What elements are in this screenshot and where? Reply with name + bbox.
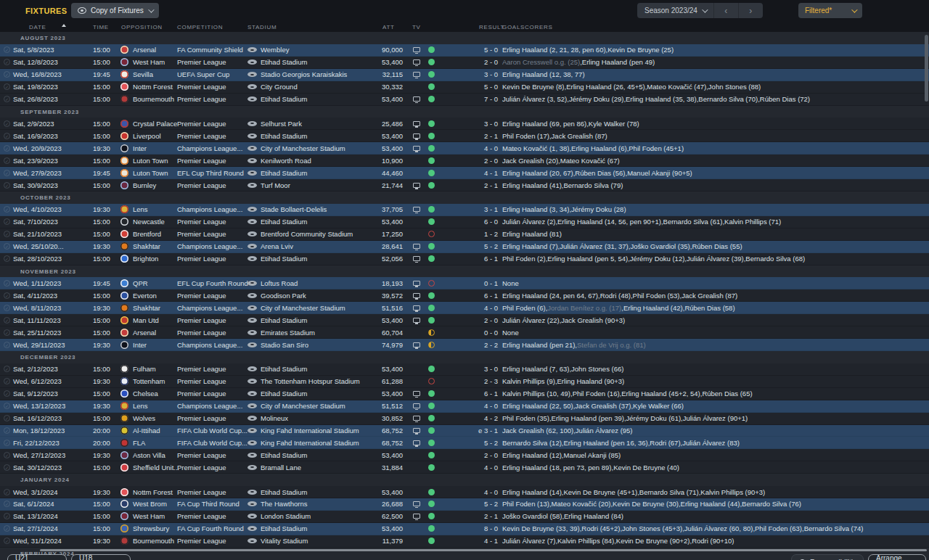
stadium-cell: Stade Bollaert-Delelis: [247, 204, 327, 215]
column-header-opposition[interactable]: OPPOSITION: [121, 24, 163, 30]
fixture-row[interactable]: ✓Sat, 21/10/202315:00BrentfordPremier Le…: [0, 228, 929, 241]
fixture-row[interactable]: ✓Sat, 12/8/202315:00West HamPremier Leag…: [0, 57, 929, 69]
club-crest-icon: [120, 329, 128, 337]
competition-cell: Premier League: [177, 376, 226, 387]
win-dot-icon: [428, 243, 435, 250]
tv-cell: [411, 57, 422, 68]
competition-cell: Premier League: [177, 413, 226, 424]
fixture-row[interactable]: ✓Wed, 25/10/20...19:30ShakhtarChampions …: [0, 241, 929, 253]
fixture-row[interactable]: ✓Sat, 25/11/202315:00ArsenalPremier Leag…: [0, 326, 929, 339]
goalscorer: Rúben Dias (72): [760, 95, 810, 103]
fixture-row[interactable]: ✓Sat, 2/12/202315:00FulhamPremier League…: [0, 363, 929, 376]
played-check: ✓: [4, 535, 12, 547]
check-circle-icon: ✓: [4, 120, 10, 127]
club-crest-icon: [120, 132, 128, 140]
fixture-row[interactable]: ✓Sat, 16/9/202315:00LiverpoolPremier Lea…: [0, 130, 929, 142]
next-season-button[interactable]: ›: [738, 3, 763, 18]
fixture-row[interactable]: ✓Wed, 27/12/202319:30Aston VillaPremier …: [0, 449, 929, 461]
tv-monitor-icon: [413, 256, 420, 261]
fixture-row[interactable]: ✓Wed, 31/1/202419:30BournemouthPremier L…: [0, 535, 929, 548]
played-check: ✓: [4, 142, 12, 154]
result-cell: 2 - 0: [457, 57, 498, 68]
goalscorers-cell: Phil Foden (17), Jack Grealish (87): [502, 130, 926, 141]
played-check: ✓: [4, 511, 12, 522]
result-cell: 2 - 1: [457, 130, 498, 141]
stadium-name: Loftus Road: [261, 279, 298, 287]
goalscorer: Kevin De Bruyne (8): [502, 83, 565, 91]
tv-monitor-icon: [413, 133, 420, 139]
fixture-row[interactable]: ✓Sat, 11/11/202315:00Man UtdPremier Leag…: [0, 314, 929, 326]
fixture-row[interactable]: ✓Wed, 3/1/202419:30Nottm ForestPremier L…: [0, 486, 929, 498]
fixture-row[interactable]: ✓Sat, 23/9/202315:00Luton TownPremier Le…: [0, 155, 929, 167]
season-dropdown[interactable]: Season 2023/24: [637, 3, 713, 18]
tv-monitor-icon: [413, 121, 420, 126]
fixture-row[interactable]: ✓Wed, 27/9/202319:45Luton TownEFL Cup Th…: [0, 167, 929, 179]
win-dot-icon: [428, 120, 435, 127]
fixture-row[interactable]: ✓Sat, 28/10/202315:00BrightonPremier Lea…: [0, 253, 929, 265]
competition-cell: Premier League: [177, 155, 226, 166]
stadium-icon: [247, 366, 257, 371]
fixture-row[interactable]: ✓Wed, 6/12/202319:30TottenhamPremier Lea…: [0, 376, 929, 388]
column-header-competition[interactable]: COMPETITION: [177, 24, 223, 30]
fixture-row[interactable]: ✓Sat, 30/12/202315:00Sheffield Unit...Pr…: [0, 461, 929, 474]
fixture-row[interactable]: ✓Sat, 27/1/202415:00ShrewsburyFA Cup Fou…: [0, 523, 929, 535]
time-cell: 15:00: [93, 81, 110, 93]
fixture-row[interactable]: ✓Wed, 1/11/202319:45QPREFL Cup Fourth Ro…: [0, 277, 929, 289]
fixture-row[interactable]: ✓Sat, 30/9/202315:00BurnleyPremier Leagu…: [0, 179, 929, 192]
fixture-row[interactable]: ✓Sat, 7/10/202315:00NewcastlePremier Lea…: [0, 216, 929, 228]
goalscorer: Jack Grealish (87): [682, 292, 737, 300]
played-check: ✓: [4, 167, 12, 178]
stadium-name: Selhurst Park: [261, 120, 302, 128]
arrange-friendly-button[interactable]: Arrange Friendly: [868, 554, 926, 560]
fixture-row[interactable]: ✓Sat, 26/8/202315:00BournemouthPremier L…: [0, 94, 929, 106]
column-header-tv[interactable]: TV: [412, 24, 421, 30]
vertical-scrollbar[interactable]: [925, 35, 928, 102]
column-header-att[interactable]: ATT: [382, 24, 395, 30]
opposition-cell: Lens: [133, 400, 148, 412]
opposition-cell: Everton: [133, 289, 157, 301]
previous-season-button[interactable]: ‹: [713, 3, 738, 18]
goalscorer: Bernardo Silva (71): [639, 488, 699, 496]
competition-cell: Champions League...: [177, 302, 242, 313]
fixture-row[interactable]: ✓Wed, 4/10/202319:30LensChampions League…: [0, 204, 929, 216]
month-section-header: AUGUST 2023: [0, 32, 929, 44]
column-header-date[interactable]: DATE: [29, 24, 46, 30]
fixture-row[interactable]: ✓Sat, 16/12/202315:00WolvesPremier Leagu…: [0, 413, 929, 425]
fixture-row[interactable]: ✓Wed, 13/12/202319:30LensChampions Leagu…: [0, 400, 929, 413]
goalscorers-cell: Erling Haaland (24, pen 64, 67), Rodri (…: [502, 289, 926, 301]
view-selector-dropdown[interactable]: Copy of Fixtures: [71, 3, 159, 18]
column-header-result[interactable]: RESULT: [479, 24, 504, 30]
month-section-header: SEPTEMBER 2023: [0, 106, 929, 118]
goalscorer: Jérémy Doku (29): [569, 95, 624, 103]
check-circle-icon: ✓: [4, 440, 10, 446]
fixture-row[interactable]: ✓Mon, 18/12/202320:00Al-IttihadFIFA Club…: [0, 425, 929, 437]
fixture-row[interactable]: ✓Fri, 22/12/202320:00FLAFIFA Club World …: [0, 437, 929, 449]
fixture-row[interactable]: ✓Sat, 19/8/202315:00Nottm ForestPremier …: [0, 81, 929, 94]
u18-fixtures-button[interactable]: U18 Fixtures›: [71, 554, 131, 560]
fixture-row[interactable]: ✓Wed, 20/9/202319:30InterChampions Leagu…: [0, 142, 929, 155]
goalscorer: Erling Haaland (18, pen 73, pen 89): [502, 464, 612, 472]
filter-dropdown[interactable]: Filtered*: [798, 3, 862, 18]
column-header-goalscorers[interactable]: GOALSCORERS: [502, 24, 553, 30]
fixture-row[interactable]: ✓Wed, 8/11/202319:30ShakhtarChampions Le…: [0, 302, 929, 314]
column-header-time[interactable]: TIME: [93, 24, 109, 30]
date-cell: Sat, 28/10/2023: [13, 253, 62, 265]
fixture-row[interactable]: ✓Sat, 5/8/202315:00ArsenalFA Community S…: [0, 44, 929, 57]
u21-fixtures-button[interactable]: U21 Fixtures›: [7, 554, 67, 560]
horizontal-scrollbar[interactable]: [40, 549, 927, 551]
responsibilities-button[interactable]: Responsibilities: [791, 554, 864, 560]
stadium-icon: [247, 170, 257, 176]
fixture-row[interactable]: ✓Sat, 9/12/202315:00ChelseaPremier Leagu…: [0, 388, 929, 400]
win-dot-icon: [428, 390, 435, 397]
fixture-row[interactable]: ✓Sat, 4/11/202315:00EvertonPremier Leagu…: [0, 289, 929, 302]
fixture-row[interactable]: ✓Sat, 6/1/202415:00West BromFA Cup Third…: [0, 498, 929, 511]
played-check: ✓: [4, 204, 12, 215]
fixture-row[interactable]: ✓Sat, 13/1/202415:00West HamPremier Leag…: [0, 511, 929, 523]
goalscorer: John Stones (45+3): [622, 524, 682, 532]
tv-monitor-icon: [413, 207, 420, 212]
fixture-row[interactable]: ✓Wed, 16/8/202319:45SevillaUEFA Super Cu…: [0, 69, 929, 81]
column-header-stadium[interactable]: STADIUM: [247, 24, 277, 30]
attendance-cell: 53,400: [337, 130, 403, 141]
fixture-row[interactable]: ✓Wed, 29/11/202319:30InterChampions Leag…: [0, 339, 929, 351]
fixture-row[interactable]: ✓Sat, 2/9/202315:00Crystal PalacePremier…: [0, 118, 929, 130]
